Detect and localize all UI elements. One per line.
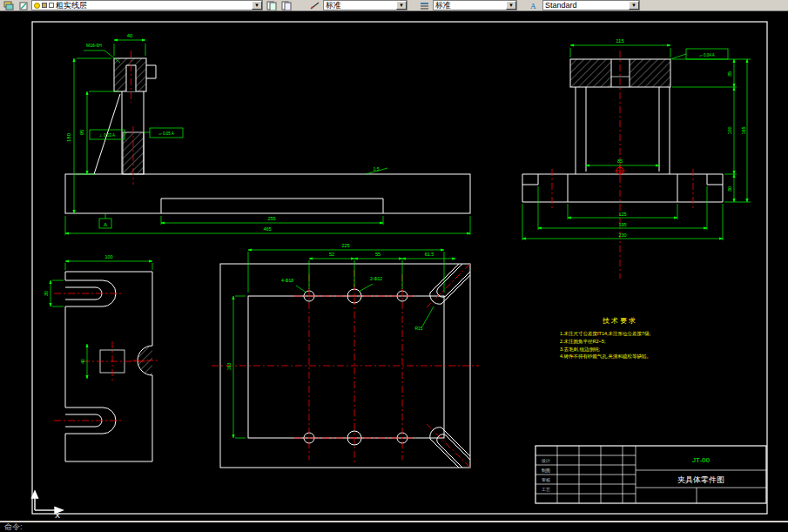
dimension-label: 55 xyxy=(375,252,381,257)
layer-manager-icon[interactable] xyxy=(2,1,15,10)
dimension-label: X xyxy=(55,511,60,520)
dimension-label: 30 xyxy=(727,186,732,192)
dimension-label: 163 xyxy=(226,362,232,370)
textstyle-icon[interactable]: A xyxy=(528,1,541,10)
titleblock-cell-label: 设计 xyxy=(541,458,550,463)
tech-requirements-title: 技术要求 xyxy=(560,316,680,326)
chevron-down-icon[interactable]: ▼ xyxy=(506,1,516,10)
dimension-label: 225 xyxy=(341,243,349,248)
dimension-label: 52 xyxy=(329,252,334,257)
dimension-label: 2-Φ12 xyxy=(370,276,382,281)
side-view xyxy=(522,45,751,279)
titleblock-cell-label: 制图 xyxy=(542,468,550,474)
dimension-label: 465 xyxy=(263,226,271,232)
titleblock-cell-label: 工艺 xyxy=(542,487,550,492)
note-item: 2.未注圆角半径R2~5; xyxy=(560,338,680,346)
dimension-label: ▱ 0.05 A xyxy=(158,131,173,136)
dimension-label: 180 xyxy=(66,132,71,142)
drawing-svg: JT-00 夹具体零件图 设计制图审核工艺 4095180A2554651:5M… xyxy=(0,11,788,521)
textstyle-dropdown[interactable]: Standard ▼ xyxy=(542,0,640,10)
layer-previous-icon[interactable] xyxy=(17,1,30,10)
titleblock-drawing-code: JT-00 xyxy=(692,456,711,464)
layer-dropdown[interactable]: 粗实线层 ▼ xyxy=(31,0,263,10)
dimension-label: 85 xyxy=(617,158,623,164)
dimstyle-dropdown-value: 标准 xyxy=(326,0,341,10)
titleblock-rows: 设计制图审核工艺 xyxy=(541,458,550,492)
dimension-label: 30 xyxy=(44,291,49,296)
dimension-label: ▱ 0.04 A xyxy=(699,53,714,57)
dimension-label: 35 xyxy=(727,71,732,77)
dimension-label: 100 xyxy=(104,254,112,259)
dimension-label: 230 xyxy=(618,232,626,238)
tablestyle-dropdown-value: 标准 xyxy=(435,0,451,10)
layer-color-swatch xyxy=(49,3,54,8)
dimension-label: 4-Φ18 xyxy=(281,278,293,283)
tablestyle-icon[interactable] xyxy=(418,1,431,10)
command-prompt-text: 命令: xyxy=(4,522,23,531)
dimstyle-dropdown[interactable]: 标准 ▼ xyxy=(323,0,407,10)
dimension-label: 165 xyxy=(741,126,746,134)
dimension-label: 125 xyxy=(618,212,626,217)
title-block: JT-00 夹具体零件图 设计制图审核工艺 xyxy=(535,446,766,503)
sheet-frame xyxy=(32,22,767,514)
dimension-label: 255 xyxy=(267,216,275,221)
command-line[interactable]: 命令: xyxy=(0,521,788,532)
dimension-label: 100 xyxy=(727,126,732,134)
dimension-label: 195 xyxy=(618,222,626,227)
chevron-down-icon[interactable]: ▼ xyxy=(252,1,262,10)
left-side-view xyxy=(51,261,158,461)
layer-states-icon[interactable] xyxy=(265,1,278,10)
dimension-label: M16-6H xyxy=(86,43,102,48)
front-view xyxy=(65,40,470,235)
dimension-label: 1:5 xyxy=(374,166,380,172)
ucs-icon xyxy=(32,491,64,514)
dimension-label: A xyxy=(104,222,107,227)
dimension-label: 115 xyxy=(616,38,624,44)
drawing-canvas[interactable]: JT-00 夹具体零件图 设计制图审核工艺 4095180A2554651:5M… xyxy=(0,11,788,521)
layer-dropdown-value: 粗实线层 xyxy=(56,0,87,10)
chevron-down-icon[interactable]: ▼ xyxy=(396,1,407,10)
layer-lock-icon xyxy=(42,3,47,8)
note-item: 1.未注尺寸公差按IT14,未注形位公差按7级; xyxy=(560,330,680,338)
svg-text:A: A xyxy=(530,2,536,10)
layer-on-icon xyxy=(34,3,40,9)
tablestyle-dropdown[interactable]: 标准 ▼ xyxy=(433,0,517,10)
layer-translate-icon[interactable] xyxy=(280,1,293,10)
titleblock-part-name: 夹具体零件图 xyxy=(677,475,724,484)
dimension-label: 40 xyxy=(80,359,85,364)
dimension-label: 40 xyxy=(127,33,133,38)
plan-view xyxy=(212,250,479,468)
tech-notes-items: 1.未注尺寸公差按IT14,未注形位公差按7级;2.未注圆角半径R2~5;3.去… xyxy=(560,330,680,360)
dimension-label: 95 xyxy=(79,129,84,135)
note-item: 3.去毛刺,锐边倒钝; xyxy=(560,346,680,354)
textstyle-dropdown-value: Standard xyxy=(545,1,577,10)
note-item: 4.铸件不得有砂眼气孔,夹渣和疏松等缺陷。 xyxy=(560,353,680,360)
chevron-down-icon[interactable]: ▼ xyxy=(629,1,639,10)
dimension-labels: 4095180A2554651:5M16-6H⊥ 0.03 A▱ 0.05 A1… xyxy=(44,33,746,520)
toolbar: 粗实线层 ▼ 标准 ▼ 标准 ▼ A Standard ▼ xyxy=(0,0,788,11)
dimstyle-icon[interactable] xyxy=(308,1,321,10)
tech-notes: 技术要求 1.未注尺寸公差按IT14,未注形位公差按7级;2.未注圆角半径R2~… xyxy=(560,316,680,360)
dimension-label: R15 xyxy=(414,326,422,331)
dimension-label: 61.5 xyxy=(425,252,434,257)
titleblock-cell-label: 审核 xyxy=(542,477,550,482)
dimension-label: ⊥ 0.03 A xyxy=(99,133,115,138)
